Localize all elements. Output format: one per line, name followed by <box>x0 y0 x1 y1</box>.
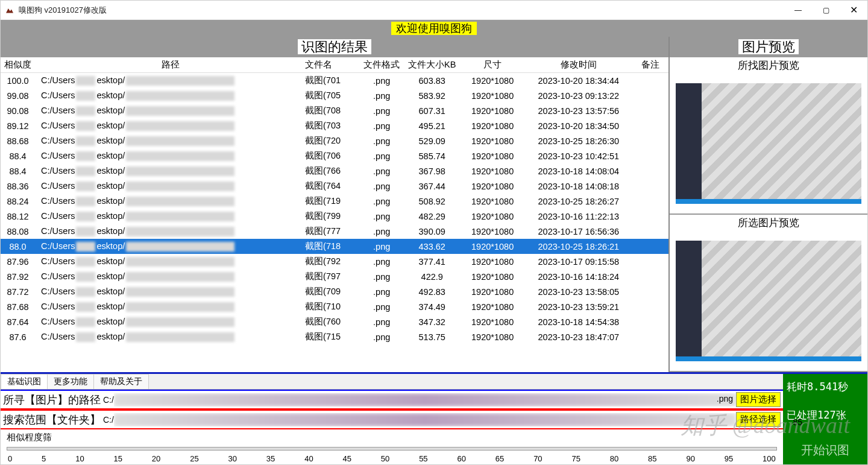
cell-path: C:/Usersesktop/ <box>35 239 303 254</box>
slider-ticks: 0510152025303540455055606570758085909510… <box>7 454 777 463</box>
slider-tick: 15 <box>114 454 122 463</box>
table-row[interactable]: 88.4C:/Usersesktop/截图(766.png367.981920*… <box>1 163 668 179</box>
cell-size: 492.83 <box>403 284 461 299</box>
cell-path: C:/Usersesktop/ <box>35 118 303 133</box>
cell-size: 583.92 <box>403 88 461 103</box>
cell-dimension: 1920*1080 <box>461 194 524 209</box>
cell-path: C:/Usersesktop/ <box>35 269 303 284</box>
table-row[interactable]: 88.68C:/Usersesktop/截图(720.png529.091920… <box>1 133 668 148</box>
cell-size: 585.74 <box>403 148 461 163</box>
col-note[interactable]: 备注 <box>633 57 668 73</box>
table-row[interactable]: 100.0C:/Usersesktop/截图(701.png603.831920… <box>1 73 668 89</box>
cell-name: 截图(797 <box>303 269 360 284</box>
cell-format: .png <box>360 329 403 344</box>
maximize-button[interactable]: ▢ <box>812 1 840 20</box>
slider-tick: 80 <box>610 454 618 463</box>
table-row[interactable]: 87.6C:/Usersesktop/截图(715.png513.751920*… <box>1 329 668 344</box>
slider-tick: 10 <box>75 454 84 463</box>
table-row[interactable]: 99.08C:/Usersesktop/截图(705.png583.921920… <box>1 88 668 103</box>
table-row[interactable]: 88.4C:/Usersesktop/截图(706.png585.741920*… <box>1 148 668 163</box>
cell-mtime: 2023-10-23 13:58:05 <box>524 284 633 299</box>
cell-mtime: 2023-10-25 18:26:21 <box>524 239 633 254</box>
cell-size: 529.09 <box>403 133 461 148</box>
scope-folder-button[interactable]: 路径选择 <box>736 412 781 427</box>
col-size[interactable]: 文件大小KB <box>403 57 461 73</box>
cell-path: C:/Usersesktop/ <box>35 254 303 269</box>
col-similarity[interactable]: 相似度 <box>1 57 35 73</box>
table-row[interactable]: 90.08C:/Usersesktop/截图(708.png607.311920… <box>1 103 668 118</box>
table-row[interactable]: 87.64C:/Usersesktop/截图(760.png347.321920… <box>1 314 668 329</box>
slider-tick: 0 <box>8 454 12 463</box>
table-row[interactable]: 87.92C:/Usersesktop/截图(797.png422.91920*… <box>1 269 668 284</box>
preview-find-label: 所找图片预览 <box>670 57 867 74</box>
cell-format: .png <box>360 239 403 254</box>
slider-label: 相似程度筛 <box>7 432 52 442</box>
table-row[interactable]: 88.08C:/Usersesktop/截图(777.png390.091920… <box>1 224 668 239</box>
slider-tick: 65 <box>495 454 504 463</box>
cell-mtime: 2023-10-25 18:26:30 <box>524 133 633 148</box>
slider-tick: 55 <box>419 454 427 463</box>
table-row[interactable]: 87.72C:/Usersesktop/截图(709.png492.831920… <box>1 284 668 299</box>
cell-name: 截图(718 <box>303 239 360 254</box>
application-window: 嗅图狗 v20191027修改版 — ▢ ✕ 欢迎使用嗅图狗 识图的结果 相似度… <box>0 0 868 465</box>
table-row[interactable]: 88.36C:/Usersesktop/截图(764.png367.441920… <box>1 179 668 194</box>
close-button[interactable]: ✕ <box>840 1 867 20</box>
cell-note <box>633 209 668 224</box>
cell-mtime: 2023-10-25 18:26:27 <box>524 194 633 209</box>
col-name[interactable]: 文件名 <box>303 57 360 73</box>
cell-dimension: 1920*1080 <box>461 329 524 344</box>
tab-help[interactable]: 帮助及关于 <box>93 374 149 389</box>
preview-sel-image <box>676 241 861 361</box>
cell-similarity: 99.08 <box>1 88 35 103</box>
table-row[interactable]: 87.68C:/Usersesktop/截图(710.png374.491920… <box>1 299 668 314</box>
col-format[interactable]: 文件格式 <box>360 57 403 73</box>
table-row[interactable]: 89.12C:/Usersesktop/截图(703.png495.211920… <box>1 118 668 133</box>
cell-name: 截图(706 <box>303 148 360 163</box>
table-row[interactable]: 88.24C:/Usersesktop/截图(719.png508.921920… <box>1 194 668 209</box>
cell-dimension: 1920*1080 <box>461 254 524 269</box>
preview-find-pane <box>670 74 867 214</box>
cell-note <box>633 148 668 163</box>
cell-name: 截图(708 <box>303 103 360 118</box>
cell-name: 截图(701 <box>303 73 360 89</box>
scope-folder-prefix: C:/ <box>103 415 114 425</box>
cell-size: 513.75 <box>403 329 461 344</box>
find-image-button[interactable]: 图片选择 <box>736 392 781 407</box>
row-scope-folder: 搜索范围【文件夹】 C:/ 路径选择 <box>1 410 783 429</box>
scope-folder-path[interactable] <box>114 413 736 426</box>
slider-track[interactable] <box>7 447 777 451</box>
start-button[interactable]: 开始识图 <box>787 442 864 458</box>
result-table-scroll[interactable]: 相似度 路径 文件名 文件格式 文件大小KB 尺寸 修改时间 备注 100.0C… <box>1 57 668 372</box>
cell-path: C:/Usersesktop/ <box>35 163 303 179</box>
cell-size: 367.98 <box>403 163 461 179</box>
status-time: 耗时8.541秒 <box>787 380 864 394</box>
col-mtime[interactable]: 修改时间 <box>524 57 633 73</box>
tab-basic[interactable]: 基础识图 <box>1 374 48 389</box>
cell-similarity: 100.0 <box>1 73 35 89</box>
cell-name: 截图(760 <box>303 314 360 329</box>
welcome-text: 欢迎使用嗅图狗 <box>391 22 477 35</box>
cell-similarity: 87.72 <box>1 284 35 299</box>
cell-similarity: 90.08 <box>1 103 35 118</box>
cell-name: 截图(766 <box>303 163 360 179</box>
preview-sel-pane <box>670 231 867 371</box>
tab-more[interactable]: 更多功能 <box>47 374 94 389</box>
table-row[interactable]: 87.96C:/Usersesktop/截图(792.png377.411920… <box>1 254 668 269</box>
find-image-path[interactable]: .png <box>114 393 736 406</box>
cell-mtime: 2023-10-23 09:13:22 <box>524 88 633 103</box>
col-path[interactable]: 路径 <box>35 57 303 73</box>
cell-mtime: 2023-10-23 10:42:51 <box>524 148 633 163</box>
table-row[interactable]: 88.0C:/Usersesktop/截图(718.png433.621920*… <box>1 239 668 254</box>
col-dimension[interactable]: 尺寸 <box>461 57 524 73</box>
table-row[interactable]: 88.12C:/Usersesktop/截图(799.png482.291920… <box>1 209 668 224</box>
cell-similarity: 88.24 <box>1 194 35 209</box>
cell-size: 433.62 <box>403 239 461 254</box>
cell-name: 截图(799 <box>303 209 360 224</box>
cell-name: 截图(720 <box>303 133 360 148</box>
cell-path: C:/Usersesktop/ <box>35 103 303 118</box>
slider-tick: 75 <box>571 454 580 463</box>
minimize-button[interactable]: — <box>784 1 812 20</box>
titlebar: 嗅图狗 v20191027修改版 — ▢ ✕ <box>1 1 867 20</box>
cell-note <box>633 103 668 118</box>
slider-tick: 25 <box>190 454 198 463</box>
